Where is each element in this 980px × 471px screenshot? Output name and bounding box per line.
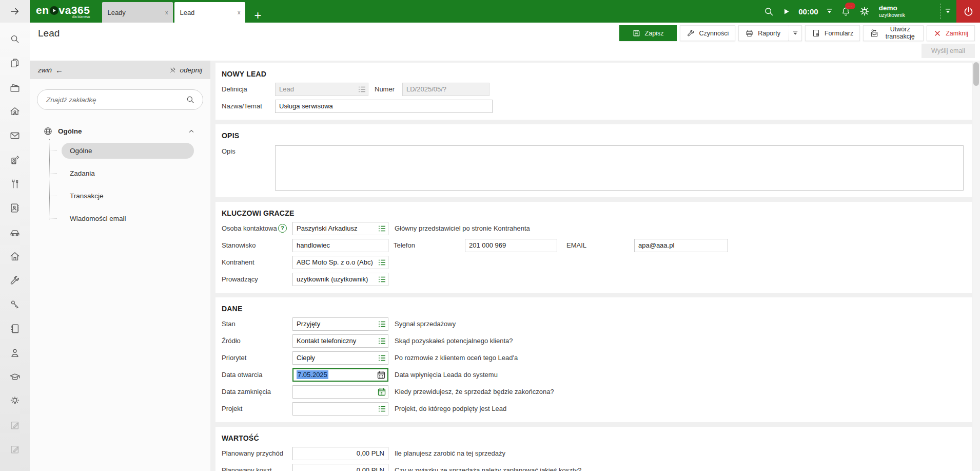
note-edit-icon[interactable] [9,420,21,431]
employees-icon[interactable] [9,347,21,359]
name-field[interactable] [275,100,493,113]
chevron-down-icon [792,30,798,36]
logout-button[interactable] [956,0,980,23]
tab-leady[interactable]: Leady x [102,2,173,23]
lookup-list-icon[interactable] [378,405,386,412]
contact-person-field[interactable]: Paszyński Arkadiusz [292,222,388,235]
note-edit-alt-icon[interactable] [9,444,21,455]
chevron-down-icon[interactable] [945,8,951,14]
reports-dropdown[interactable] [789,26,801,41]
description-textarea[interactable] [275,145,964,191]
play-icon[interactable] [782,7,791,16]
source-field[interactable]: Kontakt telefoniczny [292,334,388,348]
actions-button[interactable]: Czynności [680,25,736,41]
service-wrench-icon[interactable] [9,275,21,286]
create-transaction-button[interactable]: Utwórz transakcję [863,25,924,41]
search-icon[interactable] [763,6,774,17]
section-kluczowi-gracze: KLUCZOWI GRACZE Osoba kontaktowa Paszyńs… [215,202,972,293]
keys-icon[interactable] [9,299,21,310]
user-name: demo [879,5,905,12]
section-title: KLUCZOWI GRACZE [222,206,966,220]
printer-icon [745,29,754,37]
lookup-list-icon[interactable] [378,337,386,344]
tab-close-icon[interactable]: x [165,9,168,15]
field-hint: Ile planujesz zarobić na tej sprzedaży [395,449,505,457]
close-button[interactable]: Zamknij [927,25,975,41]
position-field[interactable] [292,239,388,252]
name-input[interactable] [279,102,488,110]
vertical-scrollbar[interactable] [972,61,980,471]
email-field[interactable] [634,239,728,252]
lookup-list-icon[interactable] [378,225,386,232]
tree-item-wiadomosci-email[interactable]: Wiadomości email [49,207,210,230]
phone-input[interactable] [469,241,553,249]
project-field[interactable] [292,402,388,416]
crm-home-icon[interactable] [9,106,21,117]
section-dane: DANE Stan Przyjęty Sygnał sprzedażowy Źr… [215,297,972,422]
tree-root-ogolne[interactable]: Ogólne [30,126,210,136]
position-input[interactable] [297,241,384,249]
search-icon[interactable] [9,33,21,45]
vehicles-icon[interactable] [9,227,21,238]
unpin-button[interactable]: odepnij [169,66,202,74]
expand-menu-button[interactable] [0,0,30,23]
chevron-up-icon[interactable] [188,128,195,135]
planned-cost-field[interactable] [292,464,388,471]
owner-field[interactable]: uzytkownik (uzytkownik) [292,273,388,286]
notebook-icon[interactable] [9,323,21,334]
lookup-list-icon[interactable] [378,321,386,327]
folder-documents-icon[interactable] [9,82,21,93]
priority-field[interactable]: Ciepły [292,351,388,365]
tab-search-input[interactable] [45,96,186,104]
collapse-button[interactable]: zwiń [38,66,52,74]
send-email-button[interactable]: Wyślij email [922,44,975,58]
section-title: DANE [222,302,966,315]
open-date-field[interactable]: 7.05.2025 [292,368,388,382]
close-date-field[interactable] [292,385,388,399]
planned-cost-input[interactable] [297,466,384,471]
calendar-icon[interactable] [377,371,385,379]
session-timer: 00:00 [798,7,818,16]
lookup-list-icon[interactable] [378,259,386,266]
user-role: uzytkownik [879,12,905,18]
help-icon[interactable] [278,224,287,233]
contacts-book-icon[interactable] [9,202,21,214]
tree-item-ogolne[interactable]: Ogólne [49,139,210,162]
user-info[interactable]: demo uzytkownik [879,5,905,17]
calendar-icon[interactable] [378,388,386,396]
tree-item-transakcje[interactable]: Transakcje [49,184,210,207]
company-field[interactable]: ABC Moto Sp. z o.o (Abc) [292,256,388,269]
arrow-left-icon[interactable]: ← [55,66,63,74]
field-label: Źródło [222,337,292,345]
reports-button[interactable]: Raporty [738,25,802,41]
chevron-down-icon[interactable] [826,8,833,14]
mail-icon[interactable] [9,130,21,141]
home-icon[interactable] [9,251,21,262]
scrollbar-thumb[interactable] [973,62,979,86]
tab-lead[interactable]: Lead x [174,2,245,23]
tree-item-zadania[interactable]: Zadania [49,162,210,184]
tab-search[interactable] [37,89,203,110]
ideas-bulb-icon[interactable] [9,395,21,407]
field-label: Prowadzący [222,275,292,283]
gear-icon[interactable] [859,6,870,17]
phone-field[interactable] [465,239,557,252]
mobile-person-icon[interactable] [9,154,21,165]
brand-subtitle: dla biznesu [72,15,90,18]
form-button[interactable]: Formularz [805,25,860,41]
save-button[interactable]: Zapisz [619,25,677,41]
training-cap-icon[interactable] [9,371,21,383]
documents-icon[interactable] [9,58,21,69]
lookup-list-icon[interactable] [378,276,386,282]
enova365-app: en enova365 va365 dla biznesu Leady x Le… [0,0,980,471]
tools-icon[interactable] [9,178,21,190]
new-tab-button[interactable]: + [247,8,268,23]
tab-close-icon[interactable]: x [238,9,241,15]
field-hint: Czy w związku ze sprzedażą należy zaplan… [395,466,581,471]
lookup-list-icon[interactable] [378,354,386,361]
email-input[interactable] [638,241,724,249]
state-field[interactable]: Przyjęty [292,317,388,331]
planned-revenue-field[interactable] [292,447,388,460]
planned-revenue-input[interactable] [297,449,384,457]
lead-form: NOWY LEAD Definicja Lead Numer LD/2025/0… [215,63,972,471]
